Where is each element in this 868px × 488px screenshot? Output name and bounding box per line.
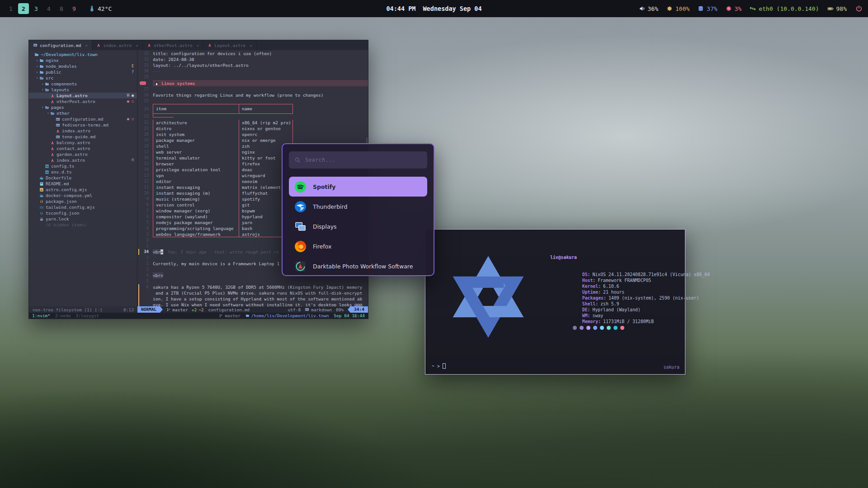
palette-dot: [580, 326, 584, 330]
tab-close-icon[interactable]: ×: [250, 43, 252, 48]
folder-chevron-icon: ▾: [35, 75, 39, 81]
workspace-button[interactable]: 2: [18, 3, 29, 14]
line-number: 29: [137, 74, 153, 80]
buffer-line: 5: [137, 278, 368, 284]
tree-item[interactable]: fediverse-terms.md: [29, 122, 137, 128]
tree-item[interactable]: config.ts: [29, 163, 137, 169]
tree-item[interactable]: balcony.astro: [29, 140, 137, 145]
tree-item-label: garden.astro: [57, 151, 88, 157]
line-number: 7: [137, 208, 153, 214]
volume-module[interactable]: 36%: [639, 5, 658, 12]
line-number: 21: [137, 126, 153, 131]
app-icon: [294, 240, 307, 253]
volume-value: 36%: [648, 5, 658, 12]
tree-item[interactable]: README.md: [29, 181, 137, 187]
search-input[interactable]: [305, 157, 422, 163]
tree-item[interactable]: ▾ pages: [29, 104, 137, 110]
tree-item[interactable]: env.d.ts: [29, 169, 137, 175]
tmux-window[interactable]: 2:node: [55, 313, 71, 318]
app-launcher[interactable]: Spotify Thunderbird Displays Firefox: [282, 143, 434, 276]
tree-item[interactable]: yarn.lock: [29, 216, 137, 222]
prompt-symbol: >: [437, 364, 440, 369]
app-icon: [294, 260, 307, 272]
brightness-module[interactable]: 100%: [666, 5, 689, 12]
tree-item[interactable]: ▸ nginx: [29, 57, 137, 63]
tree-indent: [29, 189, 35, 190]
fastfetch-line: OS:NixOS 24.11.20240828.71e91c4 (Vicuna)…: [550, 266, 710, 272]
tree-indent: [29, 119, 52, 119]
tree-item[interactable]: ▾ other: [29, 110, 137, 116]
editor-tab[interactable]: Layout.astro ×: [203, 40, 256, 50]
launcher-item[interactable]: Spotify: [289, 177, 427, 197]
heading-sign-icon: [140, 81, 146, 85]
tmux-statusbar: 1:nvim* 2:node 3:lazygit master /home/li…: [29, 313, 368, 319]
tree-item[interactable]: configuration.md ● ◻: [29, 116, 137, 122]
line-number: 4: [137, 272, 153, 278]
tree-item[interactable]: index.astro H: [29, 157, 137, 163]
workspace-button[interactable]: 3: [31, 3, 42, 14]
file-icon: [56, 123, 60, 127]
tree-item[interactable]: ▾ src: [29, 75, 137, 81]
tree-item[interactable]: contact.astro: [29, 145, 137, 151]
file-icon: [39, 211, 44, 216]
tree-item[interactable]: ▸ components: [29, 81, 137, 87]
launcher-search[interactable]: [289, 151, 427, 169]
shell-prompt[interactable]: ~ >: [432, 363, 446, 369]
tree-item[interactable]: ~/Development/liv.town: [29, 52, 137, 57]
workspace-button[interactable]: 9: [69, 3, 80, 14]
tab-close-icon[interactable]: ×: [197, 43, 199, 48]
folder-chevron-icon: ▾: [41, 104, 45, 110]
tree-indent: [29, 113, 46, 113]
tree-item[interactable]: package.json: [29, 198, 137, 204]
line-number: 33: [137, 51, 153, 56]
top-bar: 1 2 3 4 8 9 42°C 04:44 PM Wednesday Sep …: [0, 0, 868, 17]
tree-item[interactable]: index.astro: [29, 128, 137, 134]
launcher-item[interactable]: Firefox: [289, 236, 427, 256]
file-icon: [45, 82, 49, 86]
line-number: 27: [137, 86, 153, 92]
tree-item[interactable]: Layout.astro H ●: [29, 93, 137, 99]
workspace-button[interactable]: 1: [5, 3, 16, 14]
network-icon: [750, 5, 756, 12]
editor-tab[interactable]: index.astro ×: [92, 40, 143, 50]
launcher-item[interactable]: Thunderbird: [289, 197, 427, 216]
terminal-window[interactable]: liv@sakura OS:NixOS 24.11.20240828.71e91…: [425, 229, 685, 375]
tree-item[interactable]: docker-compose.yml: [29, 192, 137, 198]
line-number: 3: [137, 231, 153, 237]
power-button[interactable]: [855, 5, 863, 13]
tmux-window[interactable]: 1:nvim*: [32, 313, 50, 318]
launcher-item[interactable]: Darktable Photo Workflow Software: [289, 256, 427, 276]
tmux-window[interactable]: 3:lazygit: [75, 313, 99, 318]
tree-item-label: ~/Development/liv.town: [41, 52, 98, 57]
launcher-item[interactable]: Displays: [289, 216, 427, 236]
tab-close-icon[interactable]: ×: [136, 43, 138, 48]
tree-item[interactable]: tsconfig.json: [29, 210, 137, 216]
network-module[interactable]: eth0 (10.0.0.140): [750, 5, 819, 12]
terminal-cursor: [443, 363, 446, 369]
editor-tab[interactable]: configuration.md ×: [29, 40, 92, 50]
tab-close-icon[interactable]: ×: [85, 43, 88, 48]
line-number: 15: [137, 161, 153, 167]
filetype-icon: [33, 43, 38, 47]
workspace-button[interactable]: 8: [56, 3, 67, 14]
workspace-button[interactable]: 4: [43, 3, 54, 14]
tree-item-badge: H: [132, 157, 134, 163]
tree-item[interactable]: ▸ node_modules E: [29, 63, 137, 69]
tree-item[interactable]: ▾ layouts: [29, 87, 137, 93]
tree-item[interactable]: Dockerfile: [29, 175, 137, 181]
line-number: 22: [137, 120, 153, 126]
tree-item[interactable]: ▸ public ?: [29, 69, 137, 75]
neotree-status: neo-tree filesystem [1] [-] 8:13: [29, 306, 137, 313]
tree-item[interactable]: (6 hidden items): [29, 222, 137, 228]
tree-item[interactable]: garden.astro: [29, 151, 137, 157]
battery-value: 98%: [836, 5, 847, 12]
tree-item[interactable]: astro.config.mjs: [29, 187, 137, 192]
launcher-item-label: Thunderbird: [313, 203, 347, 210]
file-icon: [45, 170, 49, 174]
git-blame-text: You, 5 days ago - feat: write rough post…: [168, 249, 279, 254]
editor-tab[interactable]: otherPost.astro ×: [143, 40, 204, 50]
tree-item-label: node_modules: [46, 63, 77, 69]
tree-item[interactable]: tone-guide.md: [29, 134, 137, 140]
tree-item[interactable]: tailwind.config.mjs: [29, 204, 137, 210]
tree-item[interactable]: otherPost.astro ● ◻: [29, 99, 137, 104]
